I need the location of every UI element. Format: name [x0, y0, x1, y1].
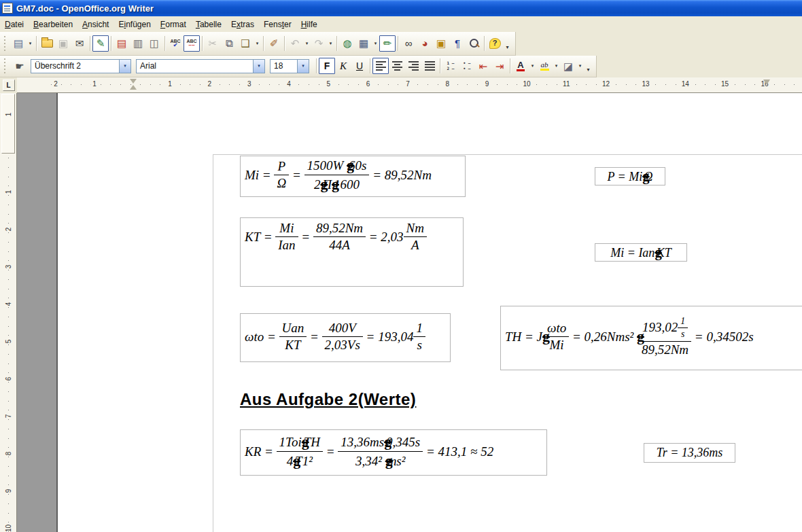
- italic-button[interactable]: K: [335, 58, 351, 74]
- font-name-combo[interactable]: Arial ▾: [136, 59, 265, 73]
- numbered-list-button[interactable]: 1 — 2 —: [442, 58, 459, 74]
- paste-button[interactable]: ❑: [237, 35, 254, 52]
- undo-button-dropdown[interactable]: ▾: [303, 35, 311, 52]
- underline-button[interactable]: U: [351, 58, 368, 74]
- fraction: 1s: [678, 316, 688, 340]
- combo-dropdown-icon[interactable]: ▾: [253, 60, 264, 73]
- styles-window-button[interactable]: ☛: [12, 58, 28, 74]
- justify-button[interactable]: [421, 58, 438, 74]
- background-color-button[interactable]: ◪: [560, 58, 576, 74]
- formula-frame-tr[interactable]: Tr = 13,36ms: [644, 443, 735, 463]
- align-left-icon: [376, 61, 386, 71]
- fraction-numerator: Uan: [279, 321, 307, 337]
- formula-frame-mi[interactable]: Mi = PΩ = 1500W g60s2gΠg1600 = 89,52Nm: [240, 156, 466, 197]
- toolbar-separator: [111, 36, 111, 51]
- autospellcheck-button[interactable]: ABC~~: [184, 35, 200, 52]
- formula-frame-th[interactable]: TH = JgωtoMi = 0,26Nms² g193,021s89,52Nm…: [500, 306, 802, 370]
- symbol-artifact-glyph: g: [293, 453, 300, 469]
- export-pdf-button[interactable]: ▤: [114, 35, 130, 52]
- new-document-button[interactable]: ▤: [10, 35, 27, 52]
- tab-type-selector[interactable]: L: [0, 77, 17, 93]
- open-button[interactable]: [39, 35, 55, 52]
- copy-button[interactable]: ⧉: [221, 35, 237, 52]
- right-margin-marker[interactable]: [763, 79, 770, 86]
- fraction: NmA: [404, 221, 427, 253]
- highlight-button-dropdown[interactable]: ▾: [553, 58, 560, 74]
- combo-dropdown-icon[interactable]: ▾: [119, 60, 130, 73]
- increase-indent-button[interactable]: ⇥: [491, 58, 508, 74]
- spellcheck-button[interactable]: ABC✔: [167, 35, 184, 52]
- redo-button-dropdown[interactable]: ▾: [327, 35, 334, 52]
- nonprinting-chars-button[interactable]: ¶: [449, 35, 466, 52]
- gallery-button[interactable]: ▣: [433, 35, 449, 52]
- table-button[interactable]: ▦: [355, 35, 372, 52]
- formula-frame-wto[interactable]: ωto = UanKT = 400V2,03Vs = 193,041s: [240, 313, 451, 362]
- highlight-button[interactable]: ab: [536, 58, 553, 74]
- menu-item-extras[interactable]: Extras: [226, 18, 259, 31]
- save-button[interactable]: ▣: [55, 35, 71, 52]
- ruler-number: 2: [5, 221, 12, 238]
- menu-item-datei[interactable]: Datei: [0, 18, 29, 31]
- formula-frame-p[interactable]: P = MigΩ: [595, 167, 665, 185]
- edit-file-button[interactable]: ✎: [92, 35, 109, 52]
- hyperlink-button[interactable]: ◍: [339, 35, 355, 52]
- redo-button[interactable]: ↷: [311, 35, 327, 52]
- format-paintbrush-button[interactable]: ✐: [266, 35, 282, 52]
- bullet-list-icon: • — • —: [464, 60, 471, 71]
- highlighting-icon: ab: [540, 61, 549, 71]
- formula-frame-kt[interactable]: KT = MiIan = 89,52Nm44A = 2,03NmA: [240, 217, 464, 287]
- menu-item-tabelle[interactable]: Tabelle: [191, 18, 226, 31]
- zoom-button[interactable]: [466, 35, 482, 52]
- font-size-combo[interactable]: 18 ▾: [270, 59, 309, 73]
- align-right-button[interactable]: [405, 58, 421, 74]
- find-replace-button[interactable]: ∞: [400, 35, 417, 52]
- bullet-list-button[interactable]: • — • —: [459, 58, 475, 74]
- cut-button[interactable]: ✂: [205, 35, 221, 52]
- help-button[interactable]: ?: [487, 35, 503, 52]
- formula-frame-mi2[interactable]: Mi = IangKT: [595, 243, 687, 262]
- bold-button[interactable]: F: [319, 58, 335, 74]
- align-left-button[interactable]: [372, 58, 389, 74]
- toolbar-grip[interactable]: [3, 36, 7, 51]
- left-indent-marker[interactable]: [130, 79, 137, 90]
- menu-item-format[interactable]: Format: [156, 18, 191, 31]
- paragraph-style-combo[interactable]: Überschrift 2 ▾: [31, 59, 131, 73]
- menu-item-bearbeiten[interactable]: Bearbeiten: [29, 18, 77, 31]
- fraction-denominator: 4gT1²: [277, 452, 323, 469]
- menu-item-hilfe[interactable]: Hilfe: [296, 18, 322, 31]
- menu-item-einfügen[interactable]: Einfügen: [114, 18, 155, 31]
- binoculars-icon: ∞: [405, 38, 413, 48]
- decrease-indent-button[interactable]: ⇤: [475, 58, 491, 74]
- print-button[interactable]: ▥: [130, 35, 146, 52]
- toolbar-grip[interactable]: [3, 58, 7, 73]
- font-color-button-dropdown[interactable]: ▾: [529, 58, 536, 74]
- toolbar-separator: [398, 36, 398, 51]
- navigator-button[interactable]: ◕: [417, 35, 433, 52]
- section-heading: Aus Aufgabe 2(Werte): [240, 390, 416, 409]
- document-page[interactable]: Mi = PΩ = 1500W g60s2gΠg1600 = 89,52Nm P…: [58, 93, 802, 532]
- ruler-number: 11: [561, 80, 572, 88]
- table-button-dropdown[interactable]: ▾: [372, 35, 379, 52]
- menu-item-fenster[interactable]: Fenster: [259, 18, 296, 31]
- menu-item-ansicht[interactable]: Ansicht: [77, 18, 114, 31]
- paste-button-dropdown[interactable]: ▾: [254, 35, 261, 52]
- background-color-button-dropdown[interactable]: ▾: [576, 58, 584, 74]
- draw-functions-button[interactable]: ✏: [379, 35, 396, 52]
- fraction-numerator: 193,021s: [639, 317, 691, 342]
- email-button[interactable]: ✉: [71, 35, 88, 52]
- combo-dropdown-icon[interactable]: ▾: [297, 60, 309, 73]
- new-document-button-dropdown[interactable]: ▾: [27, 35, 34, 52]
- align-center-button[interactable]: [389, 58, 405, 74]
- formula-frame-kr[interactable]: KR = 1ToigTH4gT1² = 13,36msg0,345s3,34² …: [240, 429, 547, 476]
- page-preview-button[interactable]: ◫: [146, 35, 162, 52]
- ruler-number: 14: [680, 80, 691, 88]
- fraction-numerator: 1: [678, 316, 688, 328]
- toolbar-separator: [36, 36, 37, 51]
- toolbar-overflow-button[interactable]: ▾: [584, 58, 593, 74]
- font-color-button[interactable]: A: [512, 58, 529, 74]
- fraction-numerator: ωto: [544, 321, 569, 337]
- undo-button[interactable]: ↶: [287, 35, 303, 52]
- toolbar-overflow-button[interactable]: ▾: [503, 35, 512, 52]
- ruler-number: 4: [285, 80, 293, 88]
- ruler-number: 9: [5, 482, 12, 499]
